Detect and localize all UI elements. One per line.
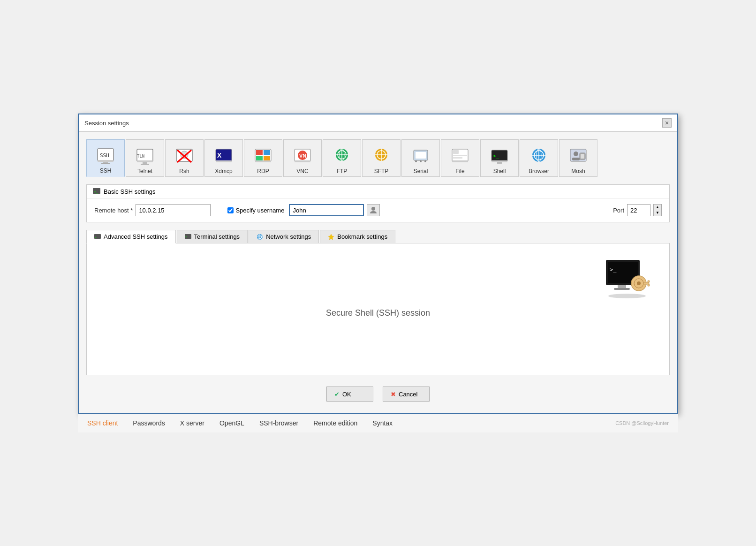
sub-tabs: >_ Advanced SSH settings T Terminal sett… xyxy=(86,230,670,243)
ssh-illustration-svg: >_ xyxy=(604,258,650,300)
specify-username-checkbox-label[interactable]: Specify username xyxy=(227,207,284,214)
svg-rect-7 xyxy=(143,162,147,164)
svg-rect-44 xyxy=(453,157,462,159)
ok-button[interactable]: ✔ OK xyxy=(326,387,373,402)
tab-terminal[interactable]: T Terminal settings xyxy=(177,230,248,243)
watermark-text: CSDN @ScilogyHunter xyxy=(615,420,669,426)
file-tab-label: File xyxy=(455,168,464,174)
svg-rect-59 xyxy=(581,154,584,159)
svg-text:>_: >_ xyxy=(94,190,98,194)
svg-rect-20 xyxy=(256,156,263,161)
rsh-tab-label: Rsh xyxy=(179,168,189,174)
basic-settings-body: Remote host * Specify username xyxy=(87,198,669,222)
svg-text:T: T xyxy=(185,235,187,239)
port-decrement-button[interactable]: ▼ xyxy=(654,210,661,216)
protocol-tab-vnc[interactable]: VN VNC xyxy=(283,139,322,177)
svg-rect-76 xyxy=(614,288,630,290)
rdp-tab-label: RDP xyxy=(257,168,269,174)
tab-network[interactable]: Network settings xyxy=(249,230,319,243)
svg-rect-42 xyxy=(453,150,459,154)
xdmcp-tab-label: Xdmcp xyxy=(215,168,232,174)
svg-rect-26 xyxy=(295,160,310,162)
protocol-tab-mosh[interactable]: Mosh xyxy=(559,139,597,177)
svg-rect-19 xyxy=(264,150,270,155)
protocol-tabs: SSH SSH TLN xyxy=(86,139,670,177)
protocol-tab-telnet[interactable]: TLN Telnet xyxy=(126,139,164,177)
network-label: Network settings xyxy=(266,233,311,240)
svg-marker-71 xyxy=(328,234,334,240)
vnc-tab-label: VNC xyxy=(296,168,308,174)
protocol-tab-file[interactable]: File xyxy=(441,139,479,177)
file-icon xyxy=(451,147,469,166)
bottom-nav-passwords[interactable]: Passwords xyxy=(133,419,165,427)
remote-host-input[interactable] xyxy=(136,204,211,216)
protocol-tab-ssh[interactable]: SSH SSH xyxy=(86,139,125,177)
bottom-nav-ssh-client[interactable]: SSH client xyxy=(87,419,118,427)
rdp-icon xyxy=(254,147,272,166)
sftp-icon xyxy=(372,147,391,166)
bottom-nav-x-server[interactable]: X server xyxy=(180,419,204,427)
svg-point-39 xyxy=(420,160,422,162)
protocol-tab-ftp[interactable]: FTP xyxy=(323,139,361,177)
buttons-row: ✔ OK ✖ Cancel xyxy=(86,383,670,405)
port-input[interactable] xyxy=(627,204,650,216)
ftp-icon xyxy=(333,147,351,166)
bottom-nav-opengl[interactable]: OpenGL xyxy=(219,419,244,427)
svg-point-83 xyxy=(608,294,646,298)
session-desc-text: Secure Shell (SSH) session xyxy=(326,308,430,318)
dialog-body: SSH SSH TLN xyxy=(79,132,677,413)
svg-rect-57 xyxy=(572,158,580,160)
bookmark-icon xyxy=(328,234,334,240)
specify-username-label: Specify username xyxy=(235,207,284,214)
protocol-tab-rdp[interactable]: RDP xyxy=(244,139,282,177)
tab-bookmark[interactable]: Bookmark settings xyxy=(320,230,395,243)
remote-host-group: Remote host * xyxy=(94,204,211,216)
basic-settings-header: >_ Basic SSH settings xyxy=(87,185,669,198)
svg-point-79 xyxy=(637,281,641,285)
svg-point-38 xyxy=(415,160,417,162)
port-group: Port ▲ ▼ xyxy=(613,204,662,216)
tab-advanced-ssh[interactable]: >_ Advanced SSH settings xyxy=(86,230,176,243)
user-icon-button[interactable] xyxy=(367,204,380,216)
protocol-tab-xdmcp[interactable]: X Xdmcp xyxy=(204,139,243,177)
ssh-icon: SSH xyxy=(96,147,115,166)
port-increment-button[interactable]: ▲ xyxy=(654,205,661,210)
svg-rect-75 xyxy=(618,285,626,288)
protocol-tab-serial[interactable]: Serial xyxy=(401,139,440,177)
tab-content: Secure Shell (SSH) session >_ xyxy=(86,243,670,375)
svg-text:>_: >_ xyxy=(95,235,98,239)
svg-text:>_: >_ xyxy=(493,153,499,159)
user-icon xyxy=(369,206,378,214)
protocol-tab-sftp[interactable]: SFTP xyxy=(362,139,401,177)
bottom-nav-remote-edition[interactable]: Remote edition xyxy=(313,419,357,427)
protocol-tab-shell[interactable]: >_ Shell xyxy=(480,139,519,177)
session-settings-dialog: Session settings × SSH xyxy=(78,114,678,414)
basic-ssh-settings-panel: >_ Basic SSH settings Remote host * Sp xyxy=(86,184,670,222)
network-icon xyxy=(257,234,263,240)
bottom-nav-syntax[interactable]: Syntax xyxy=(372,419,393,427)
svg-rect-6 xyxy=(137,160,153,162)
close-button[interactable]: × xyxy=(662,118,672,128)
svg-rect-21 xyxy=(264,156,270,161)
specify-username-group: Specify username xyxy=(227,204,380,216)
rsh-icon xyxy=(175,147,194,166)
vnc-icon: VN xyxy=(293,147,312,166)
terminal-icon: T xyxy=(185,234,191,240)
cancel-button[interactable]: ✖ Cancel xyxy=(383,387,430,402)
svg-text:TLN: TLN xyxy=(137,154,144,159)
protocol-tab-rsh[interactable]: Rsh xyxy=(165,139,204,177)
ssh-illustration: >_ xyxy=(604,258,650,300)
svg-rect-18 xyxy=(256,150,263,155)
remote-host-label: Remote host * xyxy=(94,207,133,214)
svg-rect-80 xyxy=(643,282,649,284)
protocol-tab-browser[interactable]: Browser xyxy=(520,139,558,177)
svg-rect-16 xyxy=(216,160,232,162)
svg-rect-45 xyxy=(452,160,468,162)
svg-rect-3 xyxy=(101,163,110,164)
port-spinner: ▲ ▼ xyxy=(653,204,662,216)
cancel-label: Cancel xyxy=(399,391,417,398)
username-input[interactable] xyxy=(289,204,364,216)
advanced-ssh-label: Advanced SSH settings xyxy=(104,233,168,240)
bottom-nav-ssh-browser[interactable]: SSH-browser xyxy=(259,419,298,427)
specify-username-checkbox[interactable] xyxy=(227,207,234,213)
